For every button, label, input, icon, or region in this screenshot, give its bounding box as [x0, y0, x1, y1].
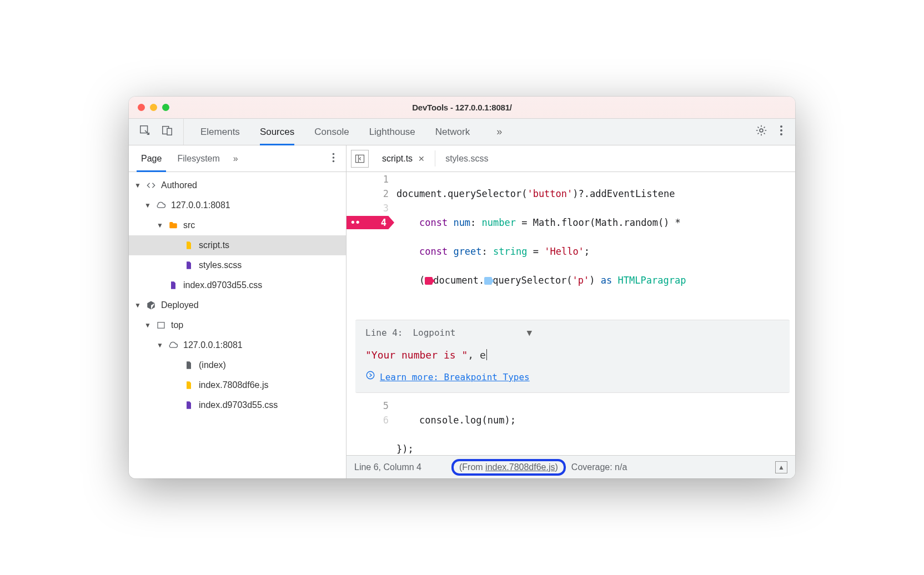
- tree-file-index[interactable]: (index): [129, 355, 346, 375]
- caret-icon: ▼: [157, 221, 163, 229]
- tree-file-index-css-d[interactable]: index.d9703d55.css: [129, 395, 346, 415]
- cube-icon: [145, 300, 157, 311]
- devtools-window: DevTools - 127.0.0.1:8081/ Elements Sour…: [129, 97, 795, 478]
- tab-lighthouse[interactable]: Lighthouse: [369, 119, 415, 145]
- svg-point-8: [333, 157, 335, 159]
- chevron-down-icon[interactable]: ▼: [527, 326, 533, 340]
- tree-file-index-js[interactable]: index.7808df6e.js: [129, 375, 346, 395]
- tree-label: src: [183, 220, 346, 230]
- marker-icon: [425, 277, 433, 285]
- code-area[interactable]: 1 2 3 •• 4 document.querySelector('butto…: [346, 172, 795, 455]
- tree-label: styles.scss: [199, 260, 346, 270]
- tab-network[interactable]: Network: [435, 119, 470, 145]
- kebab-icon[interactable]: [780, 124, 783, 139]
- logpoint-type-dropdown[interactable]: Logpoint: [413, 326, 455, 340]
- caret-icon: ▼: [144, 321, 151, 329]
- logpoint-learn-more[interactable]: Learn more: Breakpoint Types: [365, 370, 780, 385]
- svg-point-12: [366, 371, 374, 379]
- file-icon: [183, 380, 194, 391]
- navigator-toggle-icon[interactable]: [351, 150, 369, 168]
- caret-icon: ▼: [157, 341, 163, 349]
- tree-label: top: [171, 320, 346, 330]
- tab-console[interactable]: Console: [314, 119, 349, 145]
- file-icon: [183, 260, 194, 271]
- gear-icon[interactable]: [755, 124, 767, 139]
- more-tabs-icon[interactable]: »: [496, 126, 502, 138]
- main-tabs: Elements Sources Console Lighthouse Netw…: [129, 119, 795, 145]
- tab-sources[interactable]: Sources: [260, 119, 294, 145]
- sourcemap-origin[interactable]: (From index.7808df6e.js): [451, 459, 566, 476]
- svg-point-3: [760, 129, 763, 132]
- svg-point-6: [780, 133, 782, 135]
- tree-label: 127.0.0.1:8081: [183, 340, 346, 350]
- tree-file-script[interactable]: script.ts: [129, 235, 346, 255]
- titlebar: DevTools - 127.0.0.1:8081/: [129, 97, 795, 119]
- tree-authored[interactable]: ▼ Authored: [129, 175, 346, 195]
- cursor-position: Line 6, Column 4: [354, 462, 421, 472]
- main-tab-list: Elements Sources Console Lighthouse Netw…: [184, 119, 502, 145]
- toolbar-left: [129, 119, 184, 145]
- toolbar-right: [755, 124, 795, 139]
- tree-label: index.7808df6e.js: [199, 380, 346, 390]
- coverage-status: Coverage: n/a: [571, 462, 627, 472]
- code-icon: [145, 180, 157, 191]
- tree-label: script.ts: [199, 240, 346, 250]
- sourcemap-link[interactable]: index.7808df6e.js: [485, 462, 555, 472]
- file-tab-other[interactable]: styles.scss: [438, 145, 496, 172]
- svg-point-4: [780, 125, 782, 128]
- tab-elements[interactable]: Elements: [200, 119, 240, 145]
- tree-top[interactable]: ▼ top: [129, 315, 346, 335]
- tree-label: Deployed: [161, 300, 346, 310]
- marker-icon: [484, 277, 492, 285]
- file-tab-label: script.ts: [382, 154, 413, 164]
- file-tab-active[interactable]: script.ts ✕: [374, 145, 433, 172]
- svg-rect-2: [167, 128, 172, 135]
- tree-label: index.d9703d55.css: [199, 400, 346, 410]
- sidebar: Page Filesystem » ▼ Authored ▼: [129, 145, 346, 478]
- tree-file-index-css-a[interactable]: index.d9703d55.css: [129, 275, 346, 295]
- side-tab-filesystem[interactable]: Filesystem: [169, 145, 227, 172]
- gutter[interactable]: 1 2 3 •• 4: [346, 172, 396, 316]
- tree-label: Authored: [161, 180, 346, 190]
- inspect-icon[interactable]: [139, 124, 151, 139]
- file-tabs: script.ts ✕ styles.scss: [346, 145, 795, 172]
- device-toggle-icon[interactable]: [161, 124, 173, 139]
- caret-icon: ▼: [134, 301, 141, 309]
- logpoint-line-label: Line 4:: [365, 326, 403, 340]
- side-tabs: Page Filesystem »: [129, 145, 346, 172]
- tree-deployed[interactable]: ▼ Deployed: [129, 295, 346, 315]
- side-tab-page[interactable]: Page: [133, 145, 169, 172]
- file-icon: [183, 240, 194, 251]
- svg-point-5: [780, 129, 782, 132]
- file-icon: [183, 360, 194, 371]
- file-icon: [168, 280, 179, 291]
- tree-label: index.d9703d55.css: [183, 280, 346, 290]
- tree-label: (index): [199, 360, 346, 370]
- caret-icon: ▼: [134, 181, 141, 189]
- tree-host-authored[interactable]: ▼ 127.0.0.1:8081: [129, 195, 346, 215]
- cloud-icon: [168, 340, 179, 351]
- more-side-tabs-icon[interactable]: »: [228, 154, 244, 164]
- caret-icon: ▼: [144, 201, 151, 209]
- file-tab-label: styles.scss: [445, 154, 488, 164]
- logpoint-input[interactable]: "Your number is ", e: [365, 346, 780, 370]
- folder-icon: [168, 220, 179, 231]
- side-kebab-icon[interactable]: [325, 153, 342, 165]
- editor: script.ts ✕ styles.scss 1 2 3 •: [346, 145, 795, 478]
- window-title: DevTools - 127.0.0.1:8081/: [129, 103, 795, 112]
- tree-label: 127.0.0.1:8081: [171, 200, 346, 210]
- tree-folder-src[interactable]: ▼ src: [129, 215, 346, 235]
- frame-icon: [155, 320, 167, 331]
- body: Page Filesystem » ▼ Authored ▼: [129, 145, 795, 478]
- statusbar: Line 6, Column 4 (From index.7808df6e.js…: [346, 455, 795, 478]
- svg-point-9: [333, 160, 335, 162]
- drawer-toggle-icon[interactable]: ▲: [775, 461, 787, 473]
- tree-file-styles[interactable]: styles.scss: [129, 255, 346, 275]
- svg-rect-10: [158, 322, 164, 329]
- file-icon: [183, 400, 194, 411]
- breakpoint-line-4[interactable]: •• 4: [346, 215, 389, 230]
- tree-host-deployed[interactable]: ▼ 127.0.0.1:8081: [129, 335, 346, 355]
- close-icon[interactable]: ✕: [418, 154, 425, 163]
- cloud-icon: [155, 200, 167, 211]
- source-lines: document.querySelector('button')?.addEve…: [396, 172, 795, 316]
